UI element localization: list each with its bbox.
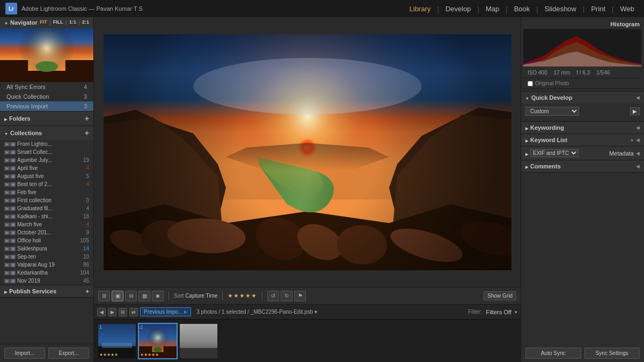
collection-item-17[interactable]: ▶ ▣ Nov 2019 45: [0, 277, 93, 285]
filmstrip-grid-btn[interactable]: ⊞: [119, 308, 127, 316]
collection-item-10[interactable]: ▶ ▣ March five 4: [0, 220, 93, 228]
nav-2to1-btn[interactable]: 2:1: [82, 19, 89, 26]
coll-icon-folder: ▣: [10, 166, 16, 171]
nav-library[interactable]: Library: [405, 4, 435, 14]
filmstrip-thumb-1[interactable]: 1 ★★★★★: [98, 324, 136, 358]
keyword-list-header[interactable]: Keyword List + ◀: [521, 134, 644, 146]
original-photo-checkbox[interactable]: [528, 81, 533, 86]
sync-buttons: Auto Sync Sync Settings: [521, 344, 644, 362]
collection-item-8[interactable]: ▶ ▣ Graduated fil... 4: [0, 204, 93, 212]
catalog-previous-import[interactable]: Previous Import 3: [0, 101, 93, 111]
view-people-btn[interactable]: ☻: [152, 291, 164, 301]
coll-icon-folder: ▣: [10, 150, 16, 154]
nav-1to1-btn[interactable]: 1:1: [69, 19, 76, 26]
coll-icon-arrow: ▶: [4, 182, 10, 187]
collection-item-16[interactable]: ▶ ▣ Kedarkantha 104: [0, 269, 93, 277]
qd-content: Custom ▶: [521, 104, 644, 121]
filmstrip-next-btn[interactable]: ▶: [108, 308, 116, 316]
view-loupe-btn[interactable]: ▣: [112, 291, 123, 301]
filmstrip-prev-btn[interactable]: ◀: [97, 308, 106, 316]
qd-chevron: [525, 94, 529, 101]
collection-item-13[interactable]: ▶ ▣ Sakleshpura 14: [0, 245, 93, 253]
folders-add-btn[interactable]: +: [85, 114, 89, 123]
nav-slideshow[interactable]: Slideshow: [540, 4, 581, 14]
collection-item-2[interactable]: ▶ ▣ Agumbe July... 19: [0, 156, 93, 164]
meta-chevron: [525, 150, 528, 157]
exif-aperture: f / 6.3: [576, 70, 590, 76]
collection-item-1[interactable]: ▶ ▣ Smart Collec...: [0, 148, 93, 156]
publish-header[interactable]: Publish Services +: [0, 285, 93, 297]
coll-icon-folder: ▣: [10, 158, 16, 162]
collections-section: Collections + ▶ ▣ From Lightro... ▶ ▣ Sm…: [0, 126, 93, 285]
collection-item-5[interactable]: ▶ ▣ Best ten of 2... 4: [0, 180, 93, 188]
metadata-title: Metadata: [609, 150, 634, 157]
collections-add-btn[interactable]: +: [85, 129, 89, 137]
collection-item-9[interactable]: ▶ ▣ Kadkani - shi... 18: [0, 212, 93, 220]
export-button[interactable]: Export...: [48, 348, 89, 359]
sort-value[interactable]: Capture Time: [185, 293, 217, 299]
collection-item-15[interactable]: ▶ ▣ Valparai Aug 19 86: [0, 261, 93, 269]
folders-chevron: [4, 115, 7, 122]
metadata-preset-select[interactable]: EXIF and IPTC: [530, 149, 579, 157]
view-survey-btn[interactable]: ▦: [138, 291, 150, 301]
qd-preset-select[interactable]: Custom: [525, 107, 579, 116]
collection-item-6[interactable]: ▶ ▣ Feb five: [0, 188, 93, 196]
quick-develop-header[interactable]: Quick Develop ◀: [521, 92, 644, 104]
view-compare-btn[interactable]: ⧉: [125, 291, 137, 301]
filmstrip-source[interactable]: Previous Impo... ▶: [140, 307, 191, 316]
filmstrip: 1 ★★★★★ 2 ★★★★★ 3: [94, 319, 521, 362]
main-image-canvas: [104, 34, 511, 270]
navigator-header[interactable]: Navigator FIT | FILL | 1:1 | 2:1: [0, 17, 93, 28]
nav-print[interactable]: Print: [587, 4, 610, 14]
coll-icon-folder: ▣: [10, 223, 16, 227]
qd-preset-arrow[interactable]: ▶: [630, 107, 640, 115]
nav-web[interactable]: Web: [616, 4, 639, 14]
comments-header[interactable]: Comments ◀: [521, 160, 644, 172]
coll-icon-folder: ▣: [10, 215, 16, 219]
metadata-header[interactable]: EXIF and IPTC Metadata ◀: [521, 146, 644, 160]
nav-map[interactable]: Map: [481, 4, 503, 14]
thumb-num-3: 3: [181, 324, 184, 330]
collection-item-11[interactable]: ▶ ▣ October 201... 9: [0, 228, 93, 237]
folders-header[interactable]: Folders +: [0, 112, 93, 125]
collection-item-4[interactable]: ▶ ▣ August five 5: [0, 172, 93, 180]
kwl-add-btn[interactable]: +: [631, 137, 634, 143]
qd-arrow: ◀: [636, 95, 640, 100]
auto-sync-button[interactable]: Auto Sync: [525, 348, 581, 359]
collection-item-3[interactable]: ▶ ▣ April five 4: [0, 164, 93, 172]
nav-develop[interactable]: Develop: [441, 4, 475, 14]
flag-btn[interactable]: ⚑: [294, 291, 306, 301]
rotate-left-btn[interactable]: ↺: [267, 291, 279, 301]
folders-section: Folders +: [0, 112, 93, 126]
collections-header[interactable]: Collections +: [0, 126, 93, 140]
coll-icon-folder: ▣: [10, 263, 16, 267]
filter-arrow[interactable]: ▾: [515, 309, 517, 315]
keywording-header[interactable]: Keywording ◀: [521, 122, 644, 134]
filmstrip-arrows-btn[interactable]: ⇄: [129, 308, 138, 316]
import-button[interactable]: Import...: [4, 348, 45, 359]
left-scroll[interactable]: All Sync Errors 4 Quick Collection 3 Pre…: [0, 82, 93, 344]
catalog-all-sync[interactable]: All Sync Errors 4: [0, 82, 93, 92]
filter-value[interactable]: Filters Off: [486, 309, 511, 315]
center-panel: ⊞ ▣ ⧉ ▦ ☻ Sort Capture Time ★★★★★ ↺ ↻ ⚑: [94, 17, 521, 362]
filter-stars[interactable]: ★★★★★: [228, 292, 257, 299]
collection-item-7[interactable]: ▶ ▣ First collection 0: [0, 196, 93, 204]
nav-book[interactable]: Book: [510, 4, 535, 14]
collection-item-12[interactable]: ▶ ▣ Office holi 105: [0, 237, 93, 245]
filmstrip-thumb-3[interactable]: 3: [180, 324, 217, 358]
exif-iso: ISO 400: [528, 70, 547, 76]
publish-add-btn[interactable]: +: [86, 288, 89, 294]
nav-fit-btn[interactable]: FIT: [40, 19, 47, 26]
navigator-title: Navigator: [10, 19, 38, 26]
kwl-title: Keyword List: [530, 137, 567, 143]
coll-icon-arrow: ▶: [4, 190, 10, 195]
show-grid-btn[interactable]: Show Grid: [484, 291, 516, 300]
sync-settings-button[interactable]: Sync Settings: [584, 348, 640, 359]
filmstrip-thumb-2[interactable]: 2 ★★★★★: [138, 323, 178, 359]
collection-item-0[interactable]: ▶ ▣ From Lightro...: [0, 140, 93, 148]
rotate-right-btn[interactable]: ↻: [281, 291, 292, 301]
view-grid-btn[interactable]: ⊞: [98, 291, 110, 301]
nav-fill-btn[interactable]: FILL: [53, 19, 63, 26]
collection-item-14[interactable]: ▶ ▣ Sep-ten 10: [0, 253, 93, 261]
catalog-quick-collection[interactable]: Quick Collection 3: [0, 92, 93, 101]
